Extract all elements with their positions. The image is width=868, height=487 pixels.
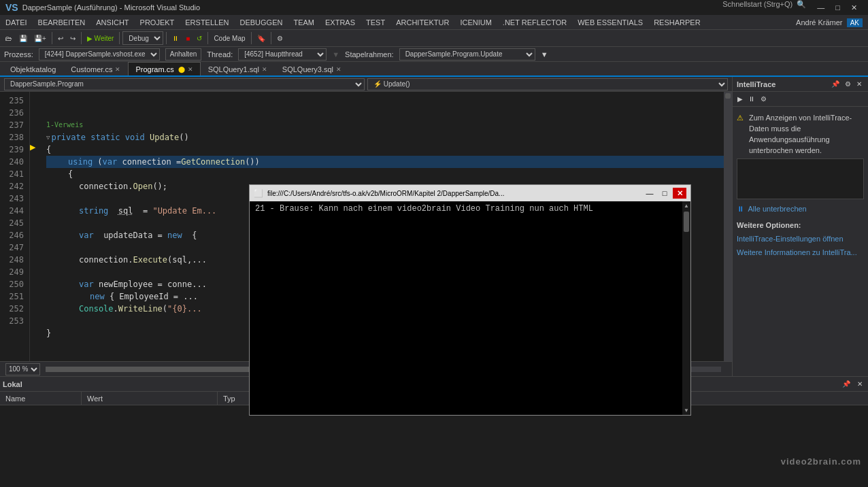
process-label: Prozess: xyxy=(4,50,33,58)
toolbar-sep-3 xyxy=(119,32,120,44)
menu-datei[interactable]: DATEI xyxy=(0,15,33,30)
menu-extras[interactable]: EXTRAS xyxy=(320,15,361,30)
it-section-title: Weitere Optionen: xyxy=(737,220,864,231)
console-scrollbar[interactable]: ▲ ▼ xyxy=(682,201,690,415)
expand-237[interactable]: ▽ xyxy=(46,131,50,144)
it-btn-pin[interactable]: 📌 xyxy=(829,80,841,88)
code-line-236 xyxy=(46,107,724,119)
tab-objektkatalog[interactable]: Objektkatalog xyxy=(3,62,63,75)
tab-label: Program.cs xyxy=(135,65,173,73)
it-pause-icon: ⏸ xyxy=(737,205,744,213)
toolbar-btn-save[interactable]: 💾 xyxy=(16,31,30,46)
col-value: Wert xyxy=(82,392,218,405)
it-pause-link[interactable]: Alle unterbrechen xyxy=(748,205,807,213)
console-minimize-button[interactable]: — xyxy=(643,188,656,199)
menu-net-reflector[interactable]: .NET REFLECTOR xyxy=(497,15,572,30)
intellitrace-toolbar: 📌 ⚙ ✕ xyxy=(829,80,864,88)
it-icon-3[interactable]: ⚙ xyxy=(758,95,769,103)
it-settings-link[interactable]: IntelliTrace-Einstellungen öffnen xyxy=(737,235,844,243)
menu-debuggen[interactable]: DEBUGGEN xyxy=(234,15,288,30)
menu-projekt[interactable]: PROJEKT xyxy=(135,15,180,30)
menu-team[interactable]: TEAM xyxy=(288,15,320,30)
toolbar-sep-1 xyxy=(52,32,52,44)
menu-web-essentials[interactable]: WEB ESSENTIALS xyxy=(572,15,648,30)
it-icon-2[interactable]: ⏸ xyxy=(746,95,757,103)
toolbar-btn-pause[interactable]: ⏸ xyxy=(169,31,182,46)
toolbar-btn-redo[interactable]: ↪ xyxy=(67,31,78,46)
toolbar-btn-bookmark[interactable]: 🔖 xyxy=(254,31,268,46)
bottom-close-button[interactable]: ✕ xyxy=(854,377,865,392)
warning-icon: ⚠ xyxy=(737,112,744,123)
menu-architektur[interactable]: ARCHITEKTUR xyxy=(390,15,454,30)
halt-button[interactable]: Anhalten xyxy=(165,48,201,61)
menu-ansicht[interactable]: ANSICHT xyxy=(90,15,134,30)
tab-close-program[interactable]: ✕ xyxy=(188,66,193,73)
code-line-235 xyxy=(46,95,724,107)
intellitrace-graph xyxy=(737,158,864,199)
process-bar: Prozess: [4244] DapperSample.vshost.exe … xyxy=(0,47,868,62)
minimize-button[interactable]: — xyxy=(812,0,830,15)
console-body: 21 - Brause: Kann nach einem video2brain… xyxy=(250,201,682,415)
thread-dropdown[interactable]: [4652] Hauptthread xyxy=(238,48,327,61)
it-btn-close[interactable]: ✕ xyxy=(854,80,864,88)
user-name[interactable]: André Krämer AK xyxy=(796,18,863,27)
maximize-button[interactable]: □ xyxy=(830,0,846,15)
tab-customer-cs[interactable]: Customer.cs ✕ xyxy=(63,62,128,75)
tab-close-sql1[interactable]: ✕ xyxy=(262,66,267,73)
toolbar-btn-undo[interactable]: ↩ xyxy=(55,31,66,46)
scroll-arrow-up[interactable]: ▲ xyxy=(684,203,689,209)
it-more-info-link[interactable]: Weitere Informationen zu IntelliTra... xyxy=(737,248,857,256)
code-line-239: using ( var connection = GetConnection (… xyxy=(46,156,724,168)
menu-bearbeiten[interactable]: BEARBEITEN xyxy=(33,15,91,30)
debug-mode-dropdown[interactable]: Debug xyxy=(122,31,163,45)
toolbar-sep-7 xyxy=(271,32,271,44)
process-dropdown[interactable]: [4244] DapperSample.vshost.exe xyxy=(39,48,160,61)
it-icon-1[interactable]: ▶ xyxy=(735,95,745,103)
it-icon-toolbar: ▶ ⏸ ⚙ xyxy=(733,92,868,107)
toolbar: 🗁 💾 💾+ ↩ ↪ ▶ Weiter Debug ⏸ ■ ↺ Code Map… xyxy=(0,30,868,47)
tab-sqlquery1[interactable]: SQLQuery1.sql ✕ xyxy=(201,62,275,75)
stack-dropdown[interactable]: DapperSample.Program.Update xyxy=(399,48,535,61)
scroll-arrow-down[interactable]: ▼ xyxy=(684,407,689,414)
search-quick-launch[interactable]: Schnellstart (Strg+Q) 🔍 xyxy=(717,0,812,15)
menu-icenium[interactable]: ICENIUM xyxy=(454,15,497,30)
menu-erstellen[interactable]: ERSTELLEN xyxy=(180,15,234,30)
tab-close-customer[interactable]: ✕ xyxy=(115,66,120,73)
it-link1-container: IntelliTrace-Einstellungen öffnen xyxy=(737,233,864,244)
toolbar-btn-debug-continue[interactable]: ▶ Weiter xyxy=(84,31,117,46)
expand-stack-button[interactable]: ▼ xyxy=(541,50,548,58)
scroll-thumb[interactable] xyxy=(684,212,689,232)
toolbar-btn-new[interactable]: 🗁 xyxy=(3,31,15,46)
close-button[interactable]: ✕ xyxy=(846,0,863,15)
intellitrace-header: IntelliTrace 📌 ⚙ ✕ xyxy=(733,77,868,92)
bottom-pin-button[interactable]: 📌 xyxy=(839,377,853,392)
method-dropdown[interactable]: ⚡ Update() xyxy=(367,78,728,90)
it-btn-settings[interactable]: ⚙ xyxy=(843,80,853,88)
menu-resharper[interactable]: RESHARPER xyxy=(648,15,705,30)
toolbar-btn-codemap[interactable]: Code Map xyxy=(211,31,248,46)
tab-close-sql3[interactable]: ✕ xyxy=(336,66,341,73)
menu-test[interactable]: TEST xyxy=(361,15,390,30)
toolbar-sep-5 xyxy=(207,32,208,44)
toolbar-btn-save-all[interactable]: 💾+ xyxy=(31,31,49,46)
toolbar-sep-4 xyxy=(166,32,167,44)
code-scrollbar[interactable] xyxy=(724,92,732,361)
console-title-right: — □ ✕ xyxy=(643,188,686,199)
console-title-left: ⬜ file:///C:/Users/André/src/tfs-o.ak/v2… xyxy=(254,189,504,198)
tab-program-cs[interactable]: Program.cs ⬤ ✕ xyxy=(128,62,200,75)
console-text: 21 - Brause: Kann nach einem video2brain… xyxy=(255,204,593,214)
it-link2-container: Weitere Informationen zu IntelliTra... xyxy=(737,247,864,258)
window-title: DapperSample (Ausführung) - Microsoft Vi… xyxy=(22,3,200,12)
toolbar-btn-restart[interactable]: ↺ xyxy=(194,31,205,46)
toolbar-sep-6 xyxy=(251,32,252,44)
console-maximize-button[interactable]: □ xyxy=(658,188,671,199)
tab-bar: Objektkatalog Customer.cs ✕ Program.cs ⬤… xyxy=(0,62,868,77)
class-dropdown[interactable]: DapperSample.Program xyxy=(4,78,365,90)
zoom-select[interactable]: 100 % xyxy=(5,363,40,375)
toolbar-btn-settings[interactable]: ⚙ xyxy=(274,31,286,46)
toolbar-btn-stop[interactable]: ■ xyxy=(183,31,193,46)
tab-sqlquery3[interactable]: SQLQuery3.sql ✕ xyxy=(275,62,349,75)
intellitrace-panel: IntelliTrace 📌 ⚙ ✕ ▶ ⏸ ⚙ ⚠ Zum Anzeigen … xyxy=(732,77,868,376)
console-close-button[interactable]: ✕ xyxy=(673,188,686,199)
scroll-thumb[interactable] xyxy=(725,93,731,99)
